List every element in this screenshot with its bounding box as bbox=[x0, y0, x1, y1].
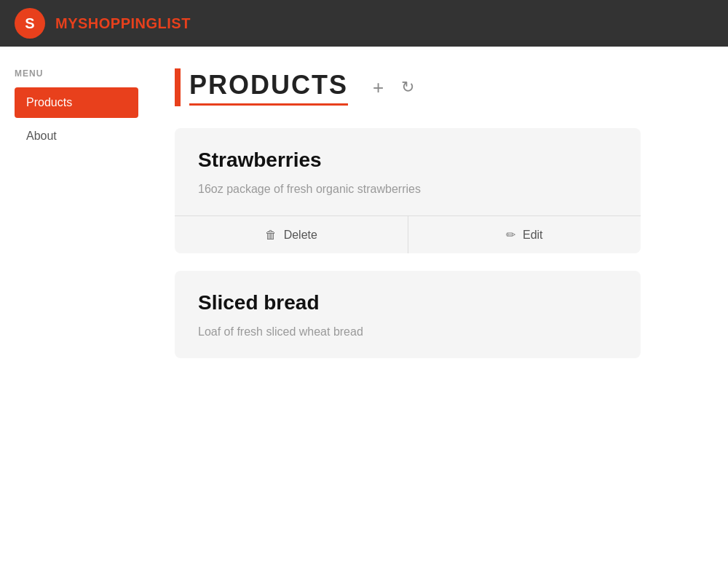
menu-label: MENU bbox=[15, 68, 138, 79]
title-accent-bar bbox=[175, 68, 181, 106]
edit-icon: ✏ bbox=[506, 228, 515, 242]
product-info-sliced-bread: Sliced bread Loaf of fresh sliced wheat … bbox=[175, 271, 641, 358]
product-desc-sliced-bread: Loaf of fresh sliced wheat bread bbox=[198, 323, 617, 341]
page-title: PRODUCTS bbox=[189, 70, 348, 106]
trash-icon: 🗑 bbox=[265, 229, 277, 242]
title-my: MY bbox=[55, 15, 78, 31]
page-header: PRODUCTS + ↻ bbox=[175, 68, 706, 106]
product-card-strawberries: Strawberries 16oz package of fresh organ… bbox=[175, 128, 641, 253]
product-name-strawberries: Strawberries bbox=[198, 149, 617, 172]
product-info-strawberries: Strawberries 16oz package of fresh organ… bbox=[175, 128, 641, 215]
product-actions-strawberries: 🗑 Delete ✏ Edit bbox=[175, 215, 641, 253]
delete-strawberries-button[interactable]: 🗑 Delete bbox=[175, 216, 408, 253]
title-list: LIST bbox=[158, 15, 191, 31]
sidebar: MENU Products About bbox=[0, 68, 153, 562]
app-header: S MYSHOPPINGLIST bbox=[0, 0, 728, 47]
refresh-button[interactable]: ↻ bbox=[398, 75, 417, 100]
sidebar-item-products[interactable]: Products bbox=[15, 87, 138, 118]
app-logo: S bbox=[15, 8, 45, 39]
sidebar-item-about[interactable]: About bbox=[15, 121, 138, 151]
title-shopping: SHOPPING bbox=[78, 15, 158, 31]
product-desc-strawberries: 16oz package of fresh organic strawberri… bbox=[198, 181, 617, 198]
refresh-icon: ↻ bbox=[401, 78, 414, 97]
product-card-sliced-bread: Sliced bread Loaf of fresh sliced wheat … bbox=[175, 271, 641, 358]
page-title-wrapper: PRODUCTS bbox=[175, 68, 348, 106]
main-layout: MENU Products About PRODUCTS + ↻ bbox=[0, 47, 728, 562]
product-name-sliced-bread: Sliced bread bbox=[198, 291, 617, 314]
add-product-button[interactable]: + bbox=[370, 74, 387, 102]
page-actions: + ↻ bbox=[370, 74, 417, 102]
edit-strawberries-button[interactable]: ✏ Edit bbox=[408, 216, 641, 253]
main-content: PRODUCTS + ↻ Strawberries 16oz package o… bbox=[153, 68, 728, 562]
app-title: MYSHOPPINGLIST bbox=[55, 15, 191, 32]
